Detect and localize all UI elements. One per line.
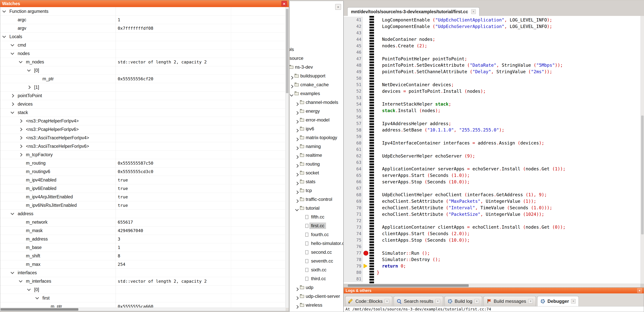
watch-row[interactable]: m_network655617 — [0, 218, 286, 227]
watch-row[interactable]: <ns3::AsciiTraceHelperForIpv6> — [0, 142, 286, 151]
marker-margin[interactable] — [363, 263, 370, 269]
marker-margin[interactable] — [363, 159, 370, 166]
line-number[interactable]: 51 — [344, 81, 363, 88]
watch-row[interactable]: m_ptr0x55555556cf20 — [0, 75, 286, 83]
line-number[interactable]: 60 — [344, 140, 363, 146]
editor-tab-close-button[interactable]: × — [471, 9, 476, 14]
logs-tab-build-log[interactable]: Build log× — [444, 296, 482, 306]
logs-close-button[interactable]: × — [637, 288, 642, 293]
tree-item[interactable]: second.cc — [290, 248, 343, 257]
scrollbar-thumb[interactable] — [348, 284, 469, 287]
line-number[interactable]: 62 — [344, 153, 363, 159]
marker-margin[interactable] — [363, 211, 370, 217]
line-number[interactable]: 79 — [344, 263, 363, 269]
watch-row[interactable]: [1] — [0, 83, 286, 92]
watch-row[interactable]: m_address3 — [0, 235, 286, 243]
tab-close-button[interactable]: × — [384, 299, 389, 304]
tree-expander[interactable] — [296, 180, 298, 186]
watch-row[interactable]: m_ipv6Enabledtrue — [0, 184, 286, 193]
tree-item-selected[interactable]: first.cc — [290, 221, 343, 230]
tree-item[interactable]: udp — [290, 283, 343, 292]
scrollbar-thumb[interactable] — [0, 308, 78, 311]
watch-row[interactable]: <ns3::PcapHelperForIpv4> — [0, 117, 286, 125]
code-line[interactable]: LogComponentEnable ("UdpEchoClientApplic… — [377, 17, 552, 22]
line-number[interactable]: 52 — [344, 88, 363, 95]
line-number[interactable]: 70 — [344, 204, 363, 211]
marker-margin[interactable] — [363, 68, 370, 75]
watch-row[interactable]: cmd — [0, 41, 286, 49]
marker-margin[interactable] — [363, 172, 370, 179]
watch-row[interactable]: first — [0, 294, 286, 303]
marker-margin[interactable] — [363, 276, 370, 282]
code-line[interactable]: ApplicationContainer serverApps = echoSe… — [377, 166, 566, 171]
marker-margin[interactable] — [363, 153, 370, 159]
tree-item[interactable]: stats — [290, 177, 343, 186]
watch-row[interactable]: m_nodesstd::vector of length 2, capacity… — [0, 58, 286, 66]
watch-row[interactable]: m_ipv6NsRsJitterEnabledtrue — [0, 201, 286, 210]
code-line[interactable]: return 0; — [377, 264, 406, 269]
tree-expander[interactable] — [296, 145, 298, 151]
line-number[interactable]: 50 — [344, 75, 363, 81]
watch-row[interactable]: <ns3::PcapHelperForIpv6> — [0, 125, 286, 134]
line-number[interactable]: 63 — [344, 159, 363, 166]
watch-row[interactable]: argc1 — [0, 16, 286, 24]
logs-tab-build-messages[interactable]: Build messages× — [484, 296, 536, 306]
line-number[interactable]: 76 — [344, 243, 363, 250]
line-number[interactable]: 49 — [344, 68, 363, 75]
marker-margin[interactable] — [363, 269, 370, 276]
marker-margin[interactable] — [363, 133, 370, 140]
watch-row[interactable]: m_base1 — [0, 243, 286, 252]
line-number[interactable]: 45 — [344, 42, 363, 49]
watch-row[interactable]: m_ptr0x5555555ca660 — [0, 303, 286, 308]
watches-column-separator[interactable] — [116, 7, 116, 308]
logs-tab-debugger[interactable]: Debugger× — [537, 296, 579, 306]
watches-column-separator-2[interactable] — [231, 7, 231, 308]
watch-expander[interactable] — [11, 213, 18, 215]
code-line[interactable]: LogComponentEnable ("UdpEchoServerApplic… — [377, 24, 552, 29]
code-line[interactable]: clientApps.Stop (Seconds (10.0)); — [377, 238, 470, 243]
watch-expander[interactable] — [11, 95, 18, 97]
tree-expander[interactable] — [296, 295, 298, 301]
watch-expander[interactable] — [11, 52, 18, 55]
code-line[interactable]: serverApps.Stop (Seconds (10.0)); — [377, 179, 470, 184]
tree-expander[interactable] — [296, 154, 298, 159]
tree-expander[interactable] — [296, 286, 298, 292]
marker-margin[interactable] — [363, 101, 370, 107]
editor-tab[interactable]: mnt/dev/tools/source/ns-3-dev/examples/t… — [347, 7, 480, 16]
marker-margin[interactable] — [363, 127, 370, 133]
tree-expander[interactable] — [290, 75, 293, 80]
code-line[interactable]: address.SetBase ("10.1.1.0", "255.255.25… — [377, 128, 504, 133]
tree-item[interactable]: wireless — [290, 301, 343, 310]
tree-item[interactable]: naming — [290, 142, 343, 151]
tree-item[interactable]: examples — [290, 89, 343, 98]
watch-expander[interactable] — [36, 297, 42, 299]
marker-margin[interactable] — [363, 204, 370, 211]
scrollbar-thumb[interactable] — [641, 116, 644, 234]
code-line[interactable]: ApplicationContainer clientApps = echoCl… — [377, 225, 566, 230]
logs-tab-search-results[interactable]: Search results× — [394, 296, 443, 306]
watch-row[interactable]: m_routing0x555555587c50 — [0, 159, 286, 167]
tree-expander[interactable] — [296, 189, 298, 195]
tree-item[interactable]: cmake_cache — [290, 80, 343, 89]
line-number[interactable]: 68 — [344, 192, 363, 198]
watch-row[interactable]: Locals — [0, 33, 286, 41]
watch-row[interactable]: address — [0, 210, 286, 218]
tree-expander[interactable] — [290, 84, 293, 89]
tree-expander[interactable] — [296, 198, 298, 203]
watch-row[interactable]: m_tcpFactory — [0, 151, 286, 159]
tab-close-button[interactable]: × — [436, 299, 440, 304]
marker-margin[interactable] — [363, 237, 370, 243]
line-number[interactable]: 66 — [344, 179, 363, 185]
marker-margin[interactable] — [363, 230, 370, 237]
marker-margin[interactable] — [363, 243, 370, 250]
watch-row[interactable]: m_mask4294967040 — [0, 227, 286, 235]
tree-expander[interactable] — [296, 128, 298, 133]
marker-margin[interactable] — [363, 49, 370, 56]
code-line[interactable]: InternetStackHelper stack; — [377, 102, 451, 107]
tree-item[interactable]: matrix-topology — [290, 133, 343, 142]
watch-row[interactable]: m_ipv4Enabledtrue — [0, 176, 286, 184]
tree-expander[interactable] — [296, 101, 298, 107]
watch-expander[interactable] — [11, 272, 18, 274]
tree-item[interactable]: hello-simulator.cc — [290, 239, 343, 248]
tab-close-button[interactable]: × — [528, 299, 533, 304]
